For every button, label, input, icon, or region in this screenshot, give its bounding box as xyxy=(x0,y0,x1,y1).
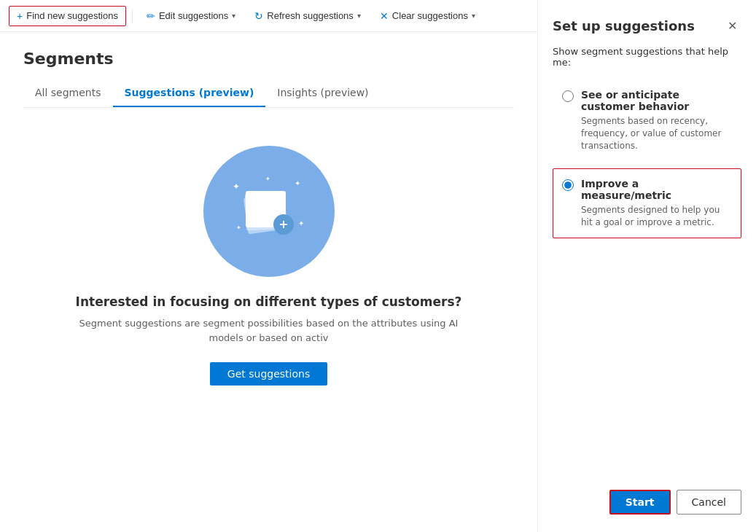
main-area: + Find new suggestions ✏ Edit suggestion… xyxy=(0,0,537,532)
clear-icon: ✕ xyxy=(380,10,389,22)
refresh-suggestions-button[interactable]: ↻ Refresh suggestions ▾ xyxy=(246,6,369,26)
find-new-suggestions-label: Find new suggestions xyxy=(26,10,118,21)
customer-behavior-label: See or anticipate customer behavior xyxy=(581,89,732,112)
find-new-suggestions-button[interactable]: + Find new suggestions xyxy=(9,6,126,26)
page-title: Segments xyxy=(23,50,514,68)
start-button[interactable]: Start xyxy=(609,490,671,515)
svg-text:+: + xyxy=(278,217,288,231)
refresh-chevron-icon: ▾ xyxy=(357,12,361,20)
customer-behavior-radio[interactable] xyxy=(562,90,574,102)
improve-metric-desc: Segments designed to help you hit a goal… xyxy=(581,204,732,229)
panel-footer: Start Cancel xyxy=(553,478,741,515)
improve-metric-content: Improve a measure/metric Segments design… xyxy=(581,178,732,229)
svg-text:✦: ✦ xyxy=(295,179,300,187)
clear-suggestions-button[interactable]: ✕ Clear suggestions ▾ xyxy=(372,6,483,26)
svg-text:✦: ✦ xyxy=(233,181,240,192)
svg-text:✦: ✦ xyxy=(298,219,304,227)
tab-insights-preview[interactable]: Insights (preview) xyxy=(265,79,380,107)
hero-section: ✦ ✦ ✦ ✦ ✦ + Interested in xyxy=(23,131,514,400)
tabs: All segments Suggestions (preview) Insig… xyxy=(23,79,514,108)
improve-metric-label: Improve a measure/metric xyxy=(581,178,732,201)
customer-behavior-option[interactable]: See or anticipate customer behavior Segm… xyxy=(553,79,741,161)
clear-suggestions-label: Clear suggestions xyxy=(392,10,468,21)
tab-suggestions-preview[interactable]: Suggestions (preview) xyxy=(113,79,266,107)
hero-svg: ✦ ✦ ✦ ✦ ✦ + xyxy=(225,168,313,255)
hero-description-text: Segment suggestions are segment possibil… xyxy=(79,318,459,343)
customer-behavior-content: See or anticipate customer behavior Segm… xyxy=(581,89,732,152)
hero-description: Segment suggestions are segment possibil… xyxy=(69,316,469,345)
page-content: Segments All segments Suggestions (previ… xyxy=(0,32,537,532)
hero-title: Interested in focusing on different type… xyxy=(76,294,462,309)
cancel-button[interactable]: Cancel xyxy=(677,490,741,515)
customer-behavior-desc: Segments based on recency, frequency, or… xyxy=(581,115,732,152)
edit-chevron-icon: ▾ xyxy=(232,12,235,20)
panel-subtitle: Show segment suggestions that help me: xyxy=(553,46,741,68)
edit-icon: ✏ xyxy=(147,10,155,22)
improve-metric-option[interactable]: Improve a measure/metric Segments design… xyxy=(553,168,741,238)
svg-text:✦: ✦ xyxy=(265,176,270,182)
refresh-suggestions-label: Refresh suggestions xyxy=(267,10,354,21)
clear-chevron-icon: ▾ xyxy=(472,12,475,20)
svg-text:✦: ✦ xyxy=(236,224,241,231)
panel-title: Set up suggestions xyxy=(553,18,695,34)
improve-metric-radio[interactable] xyxy=(562,179,574,191)
toolbar: + Find new suggestions ✏ Edit suggestion… xyxy=(0,0,537,32)
panel-header: Set up suggestions ✕ xyxy=(553,17,741,34)
tab-all-segments[interactable]: All segments xyxy=(23,79,113,107)
get-suggestions-button[interactable]: Get suggestions xyxy=(210,362,327,386)
toolbar-separator-1 xyxy=(132,9,133,23)
edit-suggestions-button[interactable]: ✏ Edit suggestions ▾ xyxy=(139,6,243,26)
refresh-icon: ↻ xyxy=(254,10,263,22)
right-panel: Set up suggestions ✕ Show segment sugges… xyxy=(537,0,756,532)
edit-suggestions-label: Edit suggestions xyxy=(159,10,228,21)
hero-illustration: ✦ ✦ ✦ ✦ ✦ + xyxy=(203,146,335,277)
panel-close-button[interactable]: ✕ xyxy=(723,17,741,34)
plus-icon: + xyxy=(17,10,23,22)
